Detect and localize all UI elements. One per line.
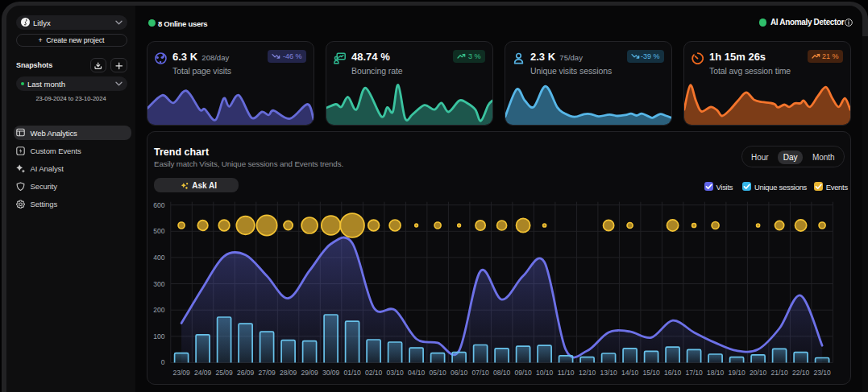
svg-text:17/10: 17/10 [685,369,703,377]
svg-text:29/09: 29/09 [301,369,318,377]
svg-text:10/10: 10/10 [535,369,553,377]
svg-text:400: 400 [153,254,164,262]
svg-text:23/09: 23/09 [172,369,190,377]
svg-text:11/10: 11/10 [557,369,574,377]
svg-text:19/10: 19/10 [728,369,745,377]
svg-text:22/10: 22/10 [791,369,809,377]
svg-text:25/09: 25/09 [215,369,233,377]
svg-text:01/10: 01/10 [343,369,361,377]
svg-text:600: 600 [153,201,164,209]
svg-text:09/10: 09/10 [514,369,532,377]
svg-text:16/10: 16/10 [663,369,681,377]
svg-text:12/10: 12/10 [578,369,596,377]
svg-text:30/09: 30/09 [322,369,339,377]
svg-text:24/09: 24/09 [193,369,211,377]
svg-text:05/10: 05/10 [429,369,446,377]
svg-text:08/10: 08/10 [492,369,510,377]
svg-text:300: 300 [153,280,164,288]
svg-text:02/10: 02/10 [364,369,382,377]
svg-text:28/09: 28/09 [279,369,297,377]
svg-text:20/10: 20/10 [749,369,766,377]
svg-text:26/09: 26/09 [236,369,254,377]
svg-text:27/09: 27/09 [258,369,276,377]
svg-text:03/10: 03/10 [386,369,404,377]
svg-text:21/10: 21/10 [770,369,788,377]
svg-text:100: 100 [153,332,164,340]
svg-text:06/10: 06/10 [450,369,467,377]
svg-text:07/10: 07/10 [471,369,489,377]
svg-text:13/10: 13/10 [600,369,617,377]
svg-text:23/10: 23/10 [813,369,831,377]
svg-text:500: 500 [153,227,164,235]
svg-text:18/10: 18/10 [706,369,724,377]
svg-text:04/10: 04/10 [407,369,425,377]
svg-text:0: 0 [160,358,164,366]
svg-text:200: 200 [153,306,164,314]
svg-text:14/10: 14/10 [621,369,638,377]
svg-text:15/10: 15/10 [642,369,660,377]
